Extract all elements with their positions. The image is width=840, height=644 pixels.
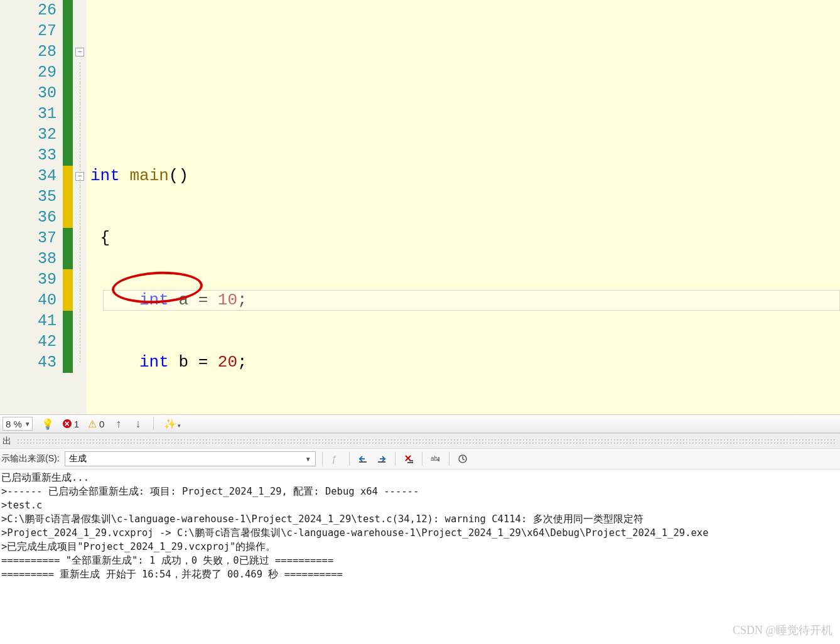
- code-fold-gutter[interactable]: − −: [73, 0, 87, 414]
- fold-toggle-icon[interactable]: −: [75, 48, 84, 56]
- output-source-label: 示输出来源(S):: [1, 453, 60, 464]
- output-panel-title: 出: [1, 436, 13, 447]
- code-content[interactable]: int main() { int a = 10; int b = 20; //c…: [87, 0, 840, 414]
- output-toolbar: 示输出来源(S): 生成 ▼ ƒ ab: [0, 448, 840, 470]
- error-icon: ✕: [63, 419, 72, 428]
- output-line: >已完成生成项目"Project_2024_1_29.vcxproj"的操作。: [1, 541, 276, 552]
- timestamp-icon[interactable]: [456, 452, 470, 466]
- prev-message-icon[interactable]: [356, 452, 370, 466]
- output-source-dropdown[interactable]: 生成 ▼: [65, 451, 316, 466]
- output-line: >Project_2024_1_29.vcxproj -> C:\鹏哥c语言暑假…: [1, 527, 709, 539]
- quick-actions-icon[interactable]: ✨: [164, 418, 181, 430]
- output-line: >test.c: [1, 500, 42, 511]
- svg-text:ƒ: ƒ: [331, 454, 337, 464]
- output-line: >------ 已启动全部重新生成: 项目: Project_2024_1_29…: [1, 486, 419, 497]
- next-message-icon[interactable]: [375, 452, 389, 466]
- warning-count[interactable]: ⚠ 0: [88, 418, 104, 430]
- output-line: 已启动重新生成...: [1, 472, 89, 483]
- next-issue-button[interactable]: ↓: [132, 417, 143, 431]
- lightbulb-icon[interactable]: 💡: [41, 418, 54, 430]
- prev-issue-button[interactable]: ↑: [113, 417, 124, 431]
- chevron-down-icon: ▼: [24, 421, 31, 427]
- word-wrap-icon[interactable]: ab: [429, 452, 443, 466]
- chevron-down-icon: ▼: [305, 456, 311, 463]
- warning-icon: ⚠: [88, 418, 97, 430]
- editor-status-bar: 8 % ▼ 💡 ✕ 1 ⚠ 0 ↑ ↓ ✨: [0, 414, 840, 433]
- zoom-value: 8 %: [6, 419, 22, 429]
- svg-text:ab: ab: [431, 455, 438, 462]
- clear-output-icon[interactable]: [402, 452, 416, 466]
- output-panel-header: 出: [0, 433, 840, 448]
- output-text[interactable]: 已启动重新生成... >------ 已启动全部重新生成: 项目: Projec…: [0, 470, 840, 644]
- line-number-gutter: 26 27 28 29 30 31 32 33 34 35 36 37 38 3…: [0, 0, 63, 414]
- code-editor[interactable]: 26 27 28 29 30 31 32 33 34 35 36 37 38 3…: [0, 0, 840, 414]
- error-count[interactable]: ✕ 1: [63, 419, 79, 429]
- output-line: ========= 重新生成 开始于 16:54，并花费了 00.469 秒 =…: [1, 569, 343, 580]
- output-line: >C:\鹏哥c语言暑假集训\c-language-warehouse-1\Pro…: [1, 513, 643, 525]
- goto-source-icon: ƒ: [329, 452, 343, 466]
- output-line: ========== "全部重新生成": 1 成功，0 失败，0已跳过 ====…: [1, 555, 333, 566]
- panel-grip[interactable]: [16, 438, 836, 444]
- zoom-level-dropdown[interactable]: 8 % ▼: [3, 417, 33, 431]
- change-indicator-bar: [63, 0, 73, 414]
